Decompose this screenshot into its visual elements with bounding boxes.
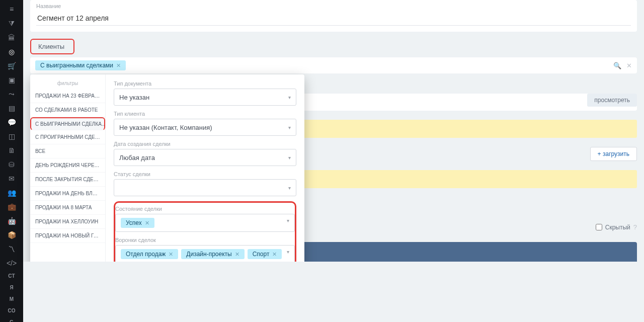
- filter-search-bar[interactable]: С выигранными сделками ✕ 🔍 ✕ фильтры ПРО…: [30, 57, 637, 73]
- filter-tag[interactable]: Спорт✕: [248, 249, 282, 259]
- robot-icon[interactable]: 🤖: [7, 217, 16, 225]
- chevron-down-icon: ▾: [287, 218, 289, 223]
- filter-presets-column: фильтры ПРОДАЖИ НА 23 ФЕВРАЛЯСО СДЕЛКАМИ…: [30, 74, 106, 262]
- preset-item[interactable]: ПРОДАЖИ НА ХЕЛЛОУИН: [30, 215, 105, 229]
- chevron-down-icon: ▾: [288, 155, 291, 160]
- chevron-down-icon: ▾: [288, 125, 291, 130]
- preset-item[interactable]: ПОСЛЕ ЗАКРЫТИЯ СДЕЛКИ: [30, 173, 105, 187]
- filter-tag[interactable]: Успех✕: [121, 218, 154, 228]
- funnels-label: Воронки сделок: [115, 237, 295, 243]
- deal-date-select[interactable]: Любая дата ▾: [114, 149, 296, 166]
- doc-type-select[interactable]: Не указан ▾: [114, 89, 296, 106]
- chevron-down-icon: ▾: [288, 185, 291, 191]
- filter-icon[interactable]: ⧩: [7, 19, 16, 28]
- tag-remove-icon[interactable]: ✕: [272, 251, 277, 258]
- preset-item[interactable]: С ПРОИГРАННЫМИ СДЕЛК...: [30, 130, 105, 144]
- deal-status-label: Статус сделки: [114, 171, 296, 177]
- deal-date-label: Дата создания сделки: [114, 141, 296, 147]
- archive-icon[interactable]: ▣: [7, 76, 16, 84]
- deal-state-select[interactable]: Успех✕ ▾: [115, 214, 295, 232]
- clear-search-icon[interactable]: ✕: [626, 62, 632, 69]
- preset-item[interactable]: С ВЫИГРАННЫМИ СДЕЛКА...: [30, 117, 105, 130]
- tag-remove-icon[interactable]: ✕: [235, 251, 239, 258]
- preview-button[interactable]: просмотреть: [587, 94, 637, 107]
- help-icon[interactable]: ?: [633, 223, 637, 231]
- filter-tag[interactable]: Отдел продаж✕: [121, 249, 178, 259]
- chat-icon[interactable]: 💬: [7, 118, 16, 126]
- drive-icon[interactable]: ▤: [7, 104, 16, 112]
- preset-item[interactable]: ПРОДАЖИ НА ДЕНЬ ВЛЮБ...: [30, 187, 105, 201]
- target-icon[interactable]: ◎: [7, 48, 16, 56]
- upload-button[interactable]: + загрузить: [590, 147, 637, 161]
- pulse-icon[interactable]: 〽: [7, 245, 16, 253]
- tag-remove-icon[interactable]: ✕: [145, 220, 149, 226]
- hidden-label: Скрытый: [605, 224, 630, 231]
- doc-type-value: Не указан: [119, 94, 149, 101]
- menu-icon[interactable]: ≡: [7, 5, 16, 13]
- doc-type-label: Тип документа: [114, 80, 296, 87]
- left-nav-rail: ≡ ⧩ 🏛 ◎ 🛒 ▣ ⤳ ▤ 💬 ◫ 🗎 ⛁ ✉ 👥 💼 🤖 📦 〽 </> …: [0, 0, 23, 262]
- code-icon[interactable]: </>: [7, 259, 16, 262]
- inventory-icon[interactable]: ◫: [7, 132, 16, 140]
- client-type-label: Тип клиента: [114, 111, 296, 117]
- active-filter-chip-label: С выигранными сделками: [40, 62, 113, 69]
- briefcase-icon[interactable]: 💼: [7, 203, 16, 211]
- search-icon[interactable]: 🔍: [613, 62, 621, 69]
- flow-icon[interactable]: ⤳: [7, 90, 16, 98]
- filter-fields-column: Тип документа Не указан ▾ Тип клиента Не…: [106, 74, 304, 262]
- cart-icon[interactable]: 🛒: [7, 62, 16, 70]
- bank-icon[interactable]: 🏛: [7, 34, 16, 42]
- chevron-down-icon: ▾: [288, 95, 291, 100]
- chip-remove-icon[interactable]: ✕: [116, 62, 121, 69]
- funnels-select[interactable]: Отдел продаж✕Дизайн-проекты✕Спорт✕Продаж…: [115, 245, 295, 262]
- preset-item[interactable]: ПРОДАЖИ НА 8 МАРТА: [30, 201, 105, 215]
- mail-icon[interactable]: ✉: [7, 175, 16, 183]
- filter-tag[interactable]: Дизайн-проекты✕: [181, 249, 244, 259]
- preset-item[interactable]: ВСЕ: [30, 144, 105, 158]
- segment-name-label: Название: [36, 3, 631, 9]
- upload-button-label: загрузить: [603, 150, 629, 157]
- deal-status-select[interactable]: ▾: [114, 179, 296, 196]
- presets-title: фильтры: [30, 78, 105, 89]
- deal-state-and-funnels-group: Состояние сделки Успех✕ ▾ Воронки сделок…: [114, 201, 296, 262]
- storage-icon[interactable]: ⛁: [7, 160, 16, 169]
- hidden-checkbox[interactable]: [596, 224, 602, 230]
- client-type-value: Не указан (Контакт, Компания): [119, 124, 212, 131]
- preset-item[interactable]: СО СДЕЛКАМИ В РАБОТЕ: [30, 103, 105, 117]
- client-type-select[interactable]: Не указан (Контакт, Компания) ▾: [114, 119, 296, 136]
- deal-date-value: Любая дата: [119, 154, 155, 162]
- plus-icon: +: [598, 150, 603, 157]
- chevron-down-icon: ▾: [287, 249, 289, 255]
- filter-dropdown-panel: фильтры ПРОДАЖИ НА 23 ФЕВРАЛЯСО СДЕЛКАМИ…: [30, 74, 304, 262]
- active-filter-chip[interactable]: С выигранными сделками ✕: [35, 60, 126, 70]
- tag-remove-icon[interactable]: ✕: [169, 251, 173, 258]
- people-icon[interactable]: 👥: [7, 189, 16, 197]
- tab-clients[interactable]: Клиенты: [30, 39, 74, 54]
- preset-item[interactable]: ДЕНЬ РОЖДЕНИЯ ЧЕРЕЗ 5 ...: [30, 158, 105, 173]
- deal-state-label: Состояние сделки: [115, 206, 295, 212]
- segment-name-block: Название: [30, 0, 637, 32]
- document-icon[interactable]: 🗎: [7, 146, 16, 154]
- preset-item[interactable]: ПРОДАЖИ НА НОВЫЙ ГОД: [30, 229, 105, 243]
- segment-name-input[interactable]: [36, 11, 631, 26]
- preset-item[interactable]: ПРОДАЖИ НА 23 ФЕВРАЛЯ: [30, 89, 105, 103]
- box-icon[interactable]: 📦: [7, 231, 16, 239]
